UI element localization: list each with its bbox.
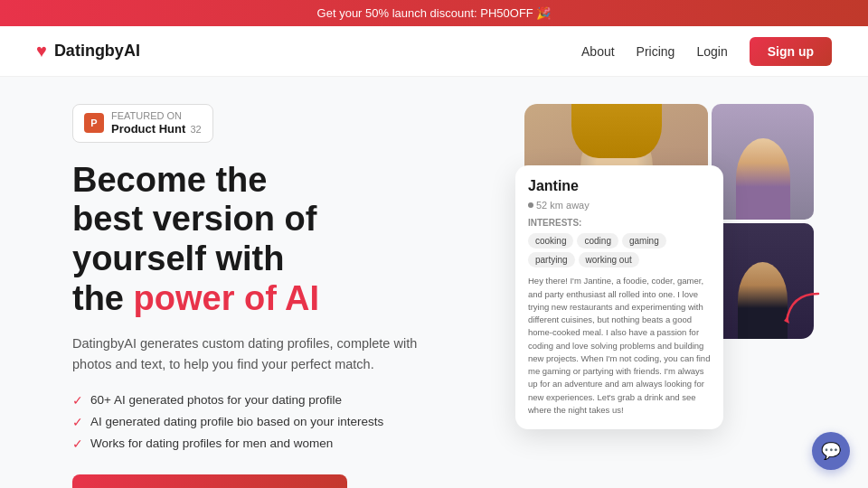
hero-left: P FEATURED ON Product Hunt 32 Become the… — [72, 104, 470, 488]
feature-text-2: AI generated dating profile bio based on… — [90, 415, 383, 428]
headline-highlight: power of AI — [134, 279, 319, 317]
product-hunt-text: FEATURED ON Product Hunt 32 — [111, 110, 202, 136]
promo-banner[interactable]: Get your 50% launch discount: PH50OFF 🎉 — [0, 0, 868, 26]
ph-count: 32 — [190, 124, 201, 135]
location-dot-icon — [528, 202, 533, 208]
headline-line1: Become the — [72, 161, 267, 199]
hero-right: Jantine 52 km away Interests: cooking co… — [524, 104, 814, 429]
signup-button[interactable]: Sign up — [750, 37, 832, 66]
product-hunt-icon: P — [84, 113, 104, 133]
tag-working-out: working out — [579, 252, 639, 267]
check-icon-3: ✓ — [72, 436, 83, 451]
small-photo-top — [712, 104, 814, 220]
logo-heart-icon: ♥ — [36, 41, 47, 61]
feature-text-1: 60+ AI generated photos for your dating … — [90, 393, 342, 407]
navbar: ♥ DatingbyAI About Pricing Login Sign up — [0, 26, 868, 77]
about-link[interactable]: About — [581, 44, 615, 59]
main-section: P FEATURED ON Product Hunt 32 Become the… — [0, 77, 868, 488]
tag-gaming: gaming — [622, 233, 666, 249]
check-icon-1: ✓ — [72, 393, 83, 408]
tag-partying: partying — [528, 252, 575, 267]
features-list: ✓ 60+ AI generated photos for your datin… — [72, 393, 470, 451]
feature-item-2: ✓ AI generated dating profile bio based … — [72, 415, 470, 429]
feature-item-3: ✓ Works for dating profiles for men and … — [72, 436, 470, 451]
profile-card: Jantine 52 km away Interests: cooking co… — [515, 165, 723, 429]
tag-cooking: cooking — [528, 233, 573, 249]
headline-line4-plain: the — [72, 279, 124, 317]
profile-location: 52 km away — [528, 200, 711, 211]
tag-coding: coding — [577, 233, 618, 249]
check-icon-2: ✓ — [72, 415, 83, 429]
chat-icon: 💬 — [821, 441, 841, 461]
location-text: 52 km away — [536, 200, 590, 211]
interests-label: Interests: — [528, 218, 711, 228]
nav-links: About Pricing Login Sign up — [581, 37, 832, 66]
feature-item-1: ✓ 60+ AI generated photos for your datin… — [72, 393, 470, 408]
hair — [571, 104, 662, 158]
product-hunt-badge[interactable]: P FEATURED ON Product Hunt 32 — [72, 104, 213, 143]
feature-text-3: Works for dating profiles for men and wo… — [90, 436, 333, 450]
arrow-connector — [782, 289, 827, 325]
profile-bio: Hey there! I'm Jantine, a foodie, coder,… — [528, 275, 711, 417]
headline-line2: best version of — [72, 200, 316, 238]
cta-button[interactable]: Generate your AI dating profile — [72, 474, 347, 488]
hero-subtext: DatingbyAI generates custom dating profi… — [72, 333, 434, 375]
headline-line3: yourself with — [72, 239, 284, 277]
pricing-link[interactable]: Pricing — [637, 44, 675, 59]
hero-headline: Become the best version of yourself with… — [72, 161, 470, 319]
profile-name-row: Jantine — [528, 178, 711, 194]
profile-name: Jantine — [528, 178, 579, 194]
interest-tags: cooking coding gaming partying working o… — [528, 233, 711, 267]
logo: ♥ DatingbyAI — [36, 41, 140, 61]
banner-text: Get your 50% launch discount: PH50OFF 🎉 — [317, 6, 552, 20]
chat-button[interactable]: 💬 — [812, 432, 850, 470]
logo-text: DatingbyAI — [54, 42, 140, 61]
login-link[interactable]: Login — [696, 44, 727, 59]
